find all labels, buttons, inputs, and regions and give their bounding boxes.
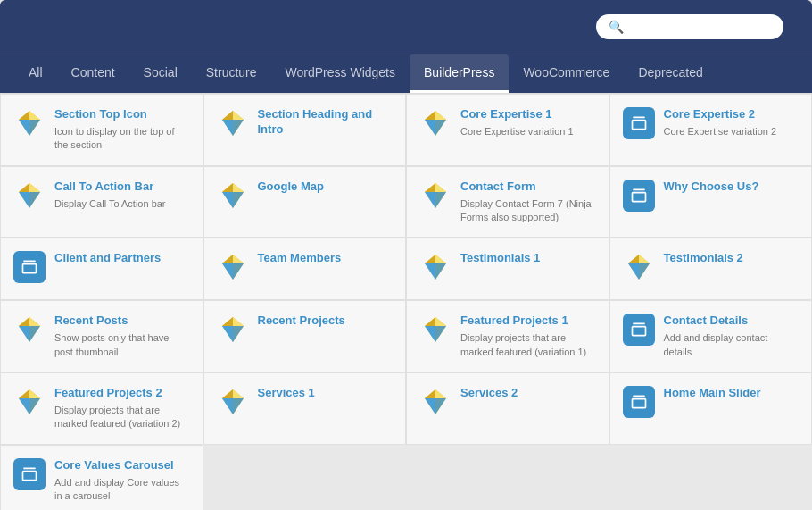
svg-marker-17 xyxy=(435,111,446,120)
svg-marker-74 xyxy=(19,398,29,414)
box-icon xyxy=(623,180,655,212)
element-icon xyxy=(13,107,46,139)
tab-woocommerce[interactable]: WooCommerce xyxy=(509,54,624,93)
element-icon xyxy=(623,386,655,418)
element-icon xyxy=(623,180,655,212)
element-desc: Add and display Core values in a carouse… xyxy=(54,476,190,504)
svg-marker-34 xyxy=(425,183,435,192)
element-info: Call To Action Bar Display Call To Actio… xyxy=(54,180,190,211)
element-name: Services 1 xyxy=(258,386,394,401)
element-card[interactable]: Team Members xyxy=(203,238,407,300)
element-card[interactable]: Featured Projects 1 Display projects tha… xyxy=(406,300,609,372)
element-card[interactable]: Home Main Slider xyxy=(609,372,813,445)
svg-marker-22 xyxy=(19,183,29,192)
tab-deprecated[interactable]: Deprecated xyxy=(624,54,717,93)
element-card[interactable]: Section Top Icon Icon to display on the … xyxy=(0,94,203,166)
svg-marker-39 xyxy=(233,263,244,280)
element-info: Section Top Icon Icon to display on the … xyxy=(54,107,190,153)
svg-marker-8 xyxy=(222,120,233,136)
tab-social[interactable]: Social xyxy=(129,54,192,93)
element-info: Featured Projects 1 Display projects tha… xyxy=(460,314,596,359)
elements-grid: Section Top Icon Icon to display on the … xyxy=(0,93,812,510)
svg-marker-76 xyxy=(19,389,29,398)
svg-marker-21 xyxy=(29,192,40,208)
svg-marker-62 xyxy=(222,326,233,342)
element-desc: Display Call To Action bar xyxy=(54,197,190,211)
svg-marker-16 xyxy=(425,111,435,120)
tabs-bar: AllContentSocialStructureWordPress Widge… xyxy=(0,54,812,93)
search-icon: 🔍 xyxy=(609,20,624,34)
svg-marker-26 xyxy=(222,192,233,208)
element-icon xyxy=(217,180,249,212)
element-name: Contact Form xyxy=(460,180,596,195)
tab-content[interactable]: Content xyxy=(57,54,129,93)
svg-marker-35 xyxy=(435,183,446,192)
svg-marker-32 xyxy=(425,192,435,208)
element-name: Section Heading and Intro xyxy=(258,107,394,138)
element-card[interactable]: Core Values Carousel Add and display Cor… xyxy=(0,445,203,510)
add-element-modal: 🔍 AllContentSocialStructureWordPress Wid… xyxy=(0,0,812,510)
element-card[interactable]: Testimonials 1 xyxy=(406,238,609,300)
element-info: Home Main Slider xyxy=(664,386,800,404)
element-desc: Display projects that are marked feature… xyxy=(460,331,596,359)
element-card[interactable]: Recent Projects xyxy=(203,300,407,372)
svg-marker-63 xyxy=(233,326,244,342)
element-name: Recent Posts xyxy=(54,314,190,329)
element-card[interactable]: Featured Projects 2 Display projects tha… xyxy=(0,372,203,445)
element-card[interactable]: Client and Partners xyxy=(0,238,203,300)
svg-marker-77 xyxy=(29,389,40,398)
element-icon xyxy=(13,386,46,418)
element-info: Testimonials 2 xyxy=(664,251,800,269)
svg-marker-86 xyxy=(425,398,435,414)
element-icon xyxy=(13,180,46,212)
svg-marker-83 xyxy=(233,389,244,398)
tab-builderpress[interactable]: BuilderPress xyxy=(410,54,509,93)
svg-marker-56 xyxy=(19,326,29,342)
element-card[interactable]: Services 2 xyxy=(406,372,609,445)
svg-marker-65 xyxy=(233,317,244,326)
svg-marker-82 xyxy=(222,389,233,398)
svg-marker-59 xyxy=(29,317,40,326)
element-info: Services 2 xyxy=(460,386,596,404)
element-card[interactable]: Core Expertise 1 Core Expertise variatio… xyxy=(406,94,609,166)
element-icon xyxy=(419,251,452,283)
svg-marker-87 xyxy=(435,398,446,414)
svg-marker-20 xyxy=(19,192,29,208)
svg-marker-5 xyxy=(29,111,40,120)
element-desc: Display Contact Form 7 (Ninja Forms also… xyxy=(460,197,596,225)
element-card[interactable]: Core Expertise 2 Core Expertise variatio… xyxy=(609,94,813,166)
svg-marker-2 xyxy=(19,120,29,136)
element-card[interactable]: Contact Form Display Contact Form 7 (Nin… xyxy=(406,166,609,238)
element-info: Services 1 xyxy=(258,386,394,404)
element-card[interactable]: Call To Action Bar Display Call To Actio… xyxy=(0,166,203,238)
element-card[interactable]: Why Choose Us? xyxy=(609,166,813,238)
svg-marker-57 xyxy=(29,326,40,342)
svg-marker-46 xyxy=(425,255,435,263)
element-icon xyxy=(217,107,249,139)
tab-all[interactable]: All xyxy=(14,54,57,93)
svg-marker-27 xyxy=(233,192,244,208)
element-name: Core Values Carousel xyxy=(54,458,190,473)
element-name: Featured Projects 2 xyxy=(54,386,190,401)
element-desc: Add and display contact details xyxy=(664,331,800,359)
element-card[interactable]: Contact Details Add and display contact … xyxy=(609,300,813,372)
svg-marker-70 xyxy=(425,317,435,326)
svg-marker-68 xyxy=(425,326,435,342)
element-info: Team Members xyxy=(258,251,394,269)
svg-marker-33 xyxy=(435,192,446,208)
element-card[interactable]: Recent Posts Show posts only that have p… xyxy=(0,300,203,372)
element-name: Core Expertise 1 xyxy=(460,107,596,122)
element-card[interactable]: Testimonials 2 xyxy=(609,238,813,300)
svg-marker-75 xyxy=(29,398,40,414)
element-card[interactable]: Services 1 xyxy=(203,372,407,445)
tab-wordpress-widgets[interactable]: WordPress Widgets xyxy=(271,54,410,93)
tab-structure[interactable]: Structure xyxy=(192,54,271,93)
element-name: Featured Projects 1 xyxy=(460,314,596,329)
box-icon xyxy=(623,386,655,418)
search-input[interactable] xyxy=(631,21,771,34)
element-card[interactable]: Google Map xyxy=(203,166,407,238)
svg-marker-28 xyxy=(222,183,233,192)
element-desc: Display projects that are marked feature… xyxy=(54,404,190,431)
element-info: Core Values Carousel Add and display Cor… xyxy=(54,458,190,504)
element-card[interactable]: Section Heading and Intro xyxy=(203,94,407,166)
